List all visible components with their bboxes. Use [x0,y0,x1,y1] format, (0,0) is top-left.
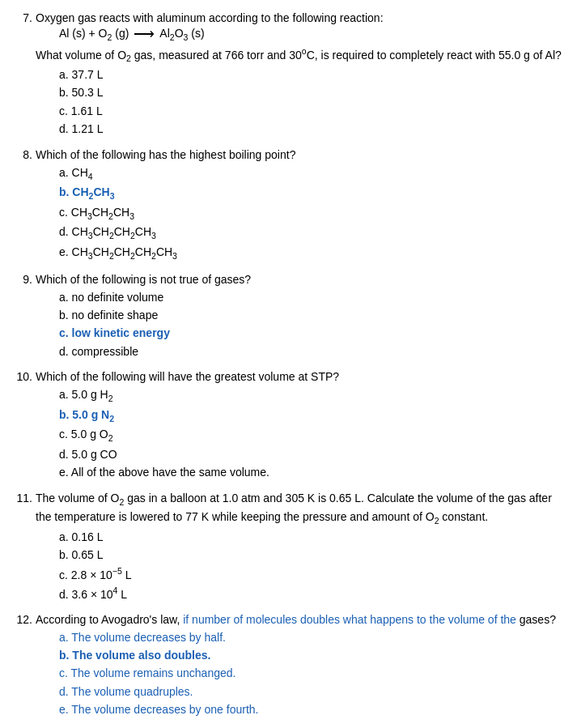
q11-options: a. 0.16 L b. 0.65 L c. 2.8 × 10−5 L d. 3… [59,528,562,603]
q7-text: Oxygen gas reacts with aluminum accordin… [36,10,562,27]
reaction-right: Al2O3 (s) [159,27,204,42]
q7-option-a: a. 37.7 L [59,66,562,83]
question-8: 8. Which of the following has the highes… [15,147,562,263]
q9-number: 9. [15,271,32,288]
q8-options: a. CH4 b. CH2CH3 c. CH3CH2CH3 d. CH3CH2C… [59,164,562,263]
q10-number: 10. [15,368,32,385]
q7-options: a. 37.7 L b. 50.3 L c. 1.61 L d. 1.21 L [59,66,562,138]
q10-option-c: c. 5.0 g O2 [59,425,562,445]
q12-option-e: e. The volume decreases by one fourth. [59,700,562,718]
q9-options: a. no definite volume b. no definite sha… [59,288,562,361]
q7-number: 7. [15,10,32,27]
question-11: 11. The volume of O2 gas in a balloon at… [15,490,562,603]
q12-options: a. The volume decreases by half. b. The … [59,628,562,719]
q12-option-a: a. The volume decreases by half. [59,628,562,646]
q12-option-b: b. The volume also doubles. [59,646,562,664]
q12-number: 12. [15,611,32,628]
q11-text: The volume of O2 gas in a balloon at 1.0… [36,490,562,528]
q9-option-a: a. no definite volume [59,288,562,306]
q12-option-c: c. The volume remains unchanged. [59,664,562,682]
q8-option-c: c. CH3CH2CH3 [59,203,562,224]
q10-option-a: a. 5.0 g H2 [59,385,562,406]
q9-text: Which of the following is not true of ga… [36,271,562,288]
q9-option-c: c. low kinetic energy [59,324,562,342]
q11-option-c: c. 2.8 × 10−5 L [59,564,562,584]
question-9: 9. Which of the following is not true of… [15,271,562,361]
q12-option-d: d. The volume quadruples. [59,683,562,700]
q8-text: Which of the following has the highest b… [36,147,562,164]
q10-text: Which of the following will have the gre… [36,368,562,385]
q8-option-d: d. CH3CH2CH2CH3 [59,223,562,243]
q7-subtext: What volume of O2 gas, measured at 766 t… [36,45,562,66]
q8-option-a: a. CH4 [59,164,562,184]
q7-option-d: d. 1.21 L [59,120,562,138]
reaction-left: Al (s) + O2 (g) [59,27,129,42]
q8-number: 8. [15,147,32,164]
q8-option-e: e. CH3CH2CH2CH2CH3 [59,243,562,263]
question-7: 7. Oxygen gas reacts with aluminum accor… [15,10,562,138]
q12-text: According to Avogadro's law, if number o… [36,611,562,628]
q11-option-b: b. 0.65 L [59,546,562,564]
q7-reaction: Al (s) + O2 (g) ⟶ Al2O3 (s) [59,27,562,42]
q8-option-b: b. CH2CH3 [59,183,562,203]
q9-option-d: d. compressible [59,343,562,360]
q10-option-e: e. All of the above have the same volume… [59,463,562,481]
q10-option-d: d. 5.0 g CO [59,445,562,463]
question-10: 10. Which of the following will have the… [15,368,562,482]
q11-number: 11. [15,490,32,528]
q10-option-b: b. 5.0 g N2 [59,406,562,426]
q11-option-a: a. 0.16 L [59,528,562,546]
reaction-arrow: ⟶ [134,27,155,41]
q7-option-c: c. 1.61 L [59,102,562,120]
q7-option-b: b. 50.3 L [59,83,562,101]
question-12: 12. According to Avogadro's law, if numb… [15,611,562,719]
q11-option-d: d. 3.6 × 104 L [59,584,562,603]
q10-options: a. 5.0 g H2 b. 5.0 g N2 c. 5.0 g O2 d. 5… [59,385,562,482]
q9-option-b: b. no definite shape [59,306,562,324]
